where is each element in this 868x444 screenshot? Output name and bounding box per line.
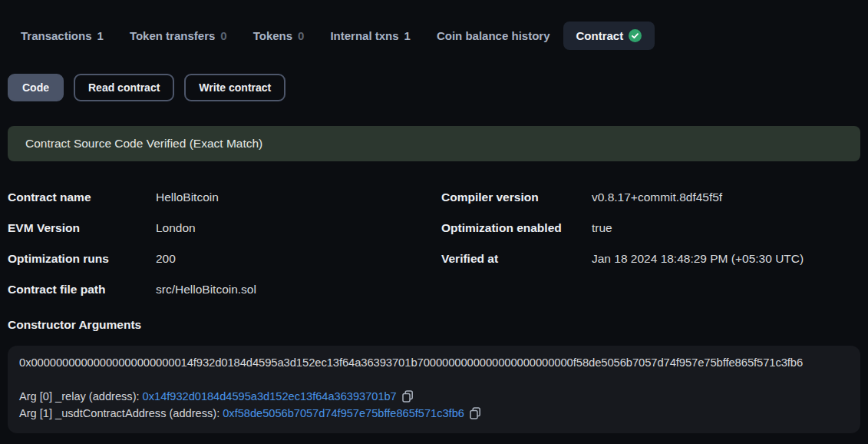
constructor-arguments-box: 0x00000000000000000000000014f932d0184d45… bbox=[8, 346, 860, 433]
contract-file-path-value: src/HelloBitcoin.sol bbox=[156, 283, 441, 297]
code-button[interactable]: Code bbox=[8, 74, 64, 101]
tab-token-transfers[interactable]: Token transfers 0 bbox=[117, 22, 240, 50]
copy-icon[interactable] bbox=[470, 407, 481, 419]
tab-label: Coin balance history bbox=[437, 29, 550, 42]
write-contract-button[interactable]: Write contract bbox=[184, 74, 285, 101]
verified-banner-text: Contract Source Code Verified (Exact Mat… bbox=[25, 137, 262, 151]
tab-transactions[interactable]: Transactions 1 bbox=[8, 22, 117, 50]
tab-count: 1 bbox=[97, 29, 104, 42]
contract-details-grid: Contract name HelloBitcoin Compiler vers… bbox=[8, 182, 860, 305]
contract-file-path-label: Contract file path bbox=[8, 283, 156, 297]
evm-version-label: EVM Version bbox=[8, 221, 156, 235]
read-contract-button[interactable]: Read contract bbox=[74, 74, 174, 101]
compiler-version-value: v0.8.17+commit.8df45f5f bbox=[592, 191, 860, 204]
optimization-runs-label: Optimization runs bbox=[8, 252, 156, 266]
contract-page: Transactions 1 Token transfers 0 Tokens … bbox=[0, 22, 868, 433]
verified-at-value: Jan 18 2024 18:48:29 PM (+05:30 UTC) bbox=[592, 252, 860, 266]
contract-subtab-bar: Code Read contract Write contract bbox=[8, 74, 860, 101]
check-circle-icon bbox=[629, 29, 642, 42]
verified-banner: Contract Source Code Verified (Exact Mat… bbox=[8, 126, 860, 161]
arg-0-address-link[interactable]: 0x14f932d0184d4595a3d152ec13f64a36393701… bbox=[143, 390, 397, 403]
tab-count: 0 bbox=[298, 29, 304, 42]
tab-coin-balance-history[interactable]: Coin balance history bbox=[424, 22, 563, 50]
evm-version-value: London bbox=[156, 221, 441, 235]
tab-count: 0 bbox=[220, 29, 226, 42]
contract-name-value: HelloBitcoin bbox=[156, 191, 441, 204]
optimization-runs-value: 200 bbox=[156, 252, 441, 266]
constructor-arg-0: Arg [0] _relay (address): 0x14f932d0184d… bbox=[19, 389, 849, 406]
tab-count: 1 bbox=[404, 29, 411, 42]
constructor-raw-hex: 0x00000000000000000000000014f932d0184d45… bbox=[19, 356, 849, 370]
copy-icon[interactable] bbox=[402, 390, 414, 403]
tab-tokens[interactable]: Tokens 0 bbox=[240, 22, 318, 50]
constructor-args-list: Arg [0] _relay (address): 0x14f932d0184d… bbox=[19, 389, 849, 422]
constructor-arguments-heading: Constructor Arguments bbox=[8, 318, 860, 332]
arg-1-address-link[interactable]: 0xf58de5056b7057d74f957e75bffe865f571c3f… bbox=[223, 407, 464, 419]
tab-internal-txns[interactable]: Internal txns 1 bbox=[317, 22, 424, 50]
verified-at-label: Verified at bbox=[441, 252, 592, 266]
tab-label: Transactions bbox=[21, 29, 92, 42]
arg-0-text: Arg [0] _relay (address): bbox=[19, 390, 143, 403]
tab-label: Internal txns bbox=[330, 29, 398, 42]
constructor-arg-1: Arg [1] _usdtContractAddress (address): … bbox=[19, 406, 849, 422]
arg-1-text: Arg [1] _usdtContractAddress (address): bbox=[19, 407, 223, 419]
optimization-enabled-label: Optimization enabled bbox=[441, 221, 592, 235]
contract-name-label: Contract name bbox=[8, 191, 156, 204]
tab-label: Contract bbox=[576, 29, 624, 42]
tab-contract[interactable]: Contract bbox=[563, 22, 655, 50]
tab-label: Token transfers bbox=[130, 29, 215, 42]
optimization-enabled-value: true bbox=[592, 221, 860, 235]
tab-label: Tokens bbox=[253, 29, 292, 42]
compiler-version-label: Compiler version bbox=[441, 191, 592, 204]
tab-bar: Transactions 1 Token transfers 0 Tokens … bbox=[8, 22, 860, 50]
